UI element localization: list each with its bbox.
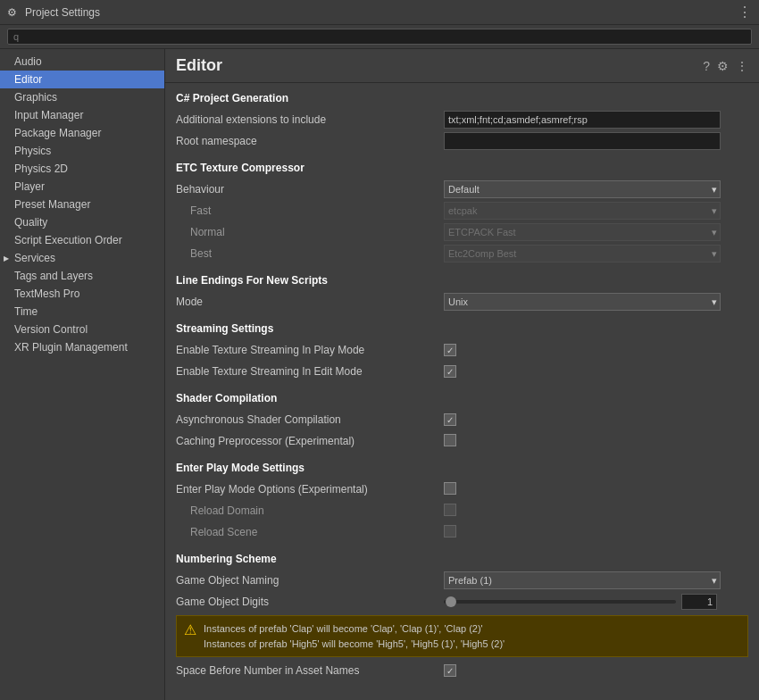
sidebar-item-textmesh-pro[interactable]: TextMesh Pro [0,285,164,303]
behaviour-dropdown[interactable]: Default [444,180,721,198]
additional-extensions-input[interactable] [444,111,721,129]
numbering-section-title: Numbering Scheme [176,553,748,565]
space-before-label: Space Before Number in Asset Names [176,664,444,677]
fast-row: Fast etcpak [176,201,748,221]
header-icons: ? ⚙ ⋮ [703,59,748,73]
reload-domain-row: Reload Domain [176,501,748,521]
normal-control: ETCPACK Fast [444,223,721,241]
csharp-section-title: C# Project Generation [176,92,748,104]
warning-box: ⚠ Instances of prefab 'Clap' will become… [176,615,748,657]
reload-domain-control [444,504,748,519]
sidebar-item-input-manager[interactable]: Input Manager [0,106,164,124]
best-dropdown[interactable]: Etc2Comp Best [444,245,721,262]
space-before-row: Space Before Number in Asset Names [176,661,748,680]
space-before-checkbox[interactable] [444,664,456,677]
normal-label: Normal [176,226,444,238]
game-object-naming-label: Game Object Naming [176,574,444,587]
game-object-digits-slider[interactable] [444,600,676,604]
sidebar-item-audio[interactable]: Audio [0,53,164,71]
sidebar-item-script-execution-order[interactable]: Script Execution Order [0,231,164,249]
content-header: Editor ? ⚙ ⋮ [165,49,759,83]
root-namespace-input[interactable] [444,132,721,150]
fast-label: Fast [176,204,444,217]
sidebar-item-version-control[interactable]: Version Control [0,321,164,338]
async-checkbox[interactable] [444,413,456,426]
async-label: Asynchronous Shader Compilation [176,413,444,426]
sidebar-item-package-manager[interactable]: Package Manager [0,124,164,142]
sidebar-item-tags-and-layers[interactable]: Tags and Layers [0,267,164,285]
warning-icon: ⚠ [184,621,196,638]
warning-text: Instances of prefab 'Clap' will become '… [204,621,505,651]
enable-edit-label: Enable Texture Streaming In Edit Mode [176,365,444,378]
help-icon[interactable]: ? [703,59,710,73]
game-object-digits-row: Game Object Digits [176,592,748,612]
async-control [444,413,748,427]
enable-play-control [444,344,748,357]
async-row: Asynchronous Shader Compilation [176,410,748,429]
caching-label: Caching Preprocessor (Experimental) [176,435,444,447]
content-menu-icon[interactable]: ⋮ [736,59,748,73]
behaviour-row: Behaviour Default [176,179,748,199]
reload-scene-row: Reload Scene [176,522,748,542]
root-namespace-label: Root namespace [176,135,444,147]
title-bar-menu-icon[interactable]: ⋮ [738,4,752,21]
behaviour-label: Behaviour [176,183,444,196]
fast-control: etcpak [444,202,721,220]
best-row: Best Etc2Comp Best [176,244,748,263]
sidebar-item-physics[interactable]: Physics [0,142,164,160]
play-options-row: Enter Play Mode Options (Experimental) [176,479,748,499]
play-options-control [444,482,748,497]
content-area: Editor ? ⚙ ⋮ C# Project Generation Addit… [165,49,759,700]
line-endings-section-title: Line Endings For New Scripts [176,274,748,287]
enable-play-checkbox[interactable] [444,344,456,356]
additional-extensions-label: Additional extensions to include [176,113,444,126]
search-bar [0,25,759,49]
sidebar-item-editor[interactable]: Editor [0,71,164,88]
game-object-digits-label: Game Object Digits [176,596,444,608]
mode-dropdown[interactable]: Unix [444,293,721,311]
sidebar-item-quality[interactable]: Quality [0,213,164,231]
mode-label: Mode [176,296,444,308]
caching-row: Caching Preprocessor (Experimental) [176,431,748,451]
content-scroll: C# Project Generation Additional extensi… [165,83,759,700]
reload-scene-checkbox[interactable] [444,525,456,538]
game-object-naming-control: Prefab (1) [444,571,721,589]
title-bar-title: Project Settings [25,6,100,19]
title-bar: ⚙ Project Settings ⋮ [0,0,759,25]
sidebar-item-time[interactable]: Time [0,303,164,321]
play-options-label: Enter Play Mode Options (Experimental) [176,483,444,496]
game-object-digits-input[interactable] [681,594,717,610]
panel-settings-icon[interactable]: ⚙ [717,59,729,73]
play-mode-section-title: Enter Play Mode Settings [176,462,748,474]
additional-extensions-row: Additional extensions to include [176,110,748,129]
root-namespace-row: Root namespace [176,131,748,151]
game-object-naming-dropdown[interactable]: Prefab (1) [444,571,721,589]
root-namespace-control [444,132,748,150]
enable-play-label: Enable Texture Streaming In Play Mode [176,344,444,356]
streaming-section-title: Streaming Settings [176,322,748,335]
sidebar: AudioEditorGraphicsInput ManagerPackage … [0,49,165,700]
enable-edit-row: Enable Texture Streaming In Edit Mode [176,362,748,381]
caching-checkbox[interactable] [444,434,456,446]
space-before-control [444,664,748,678]
sidebar-item-player[interactable]: Player [0,178,164,196]
play-options-checkbox[interactable] [444,482,456,495]
sidebar-item-xr-plugin-management[interactable]: XR Plugin Management [0,338,164,356]
game-object-naming-row: Game Object Naming Prefab (1) [176,571,748,590]
main-layout: AudioEditorGraphicsInput ManagerPackage … [0,49,759,700]
reload-domain-checkbox[interactable] [444,504,456,516]
best-control: Etc2Comp Best [444,245,721,262]
enable-play-row: Enable Texture Streaming In Play Mode [176,340,748,360]
normal-dropdown[interactable]: ETCPACK Fast [444,223,721,241]
mode-control: Unix [444,293,721,311]
sidebar-item-preset-manager[interactable]: Preset Manager [0,196,164,213]
enable-edit-checkbox[interactable] [444,365,456,378]
reload-domain-label: Reload Domain [176,504,444,517]
shader-section-title: Shader Compilation [176,392,748,404]
behaviour-control: Default [444,180,721,198]
fast-dropdown[interactable]: etcpak [444,202,721,220]
sidebar-item-physics-2d[interactable]: Physics 2D [0,160,164,178]
search-input[interactable] [7,29,752,45]
sidebar-item-services[interactable]: Services [0,249,164,267]
sidebar-item-graphics[interactable]: Graphics [0,88,164,106]
